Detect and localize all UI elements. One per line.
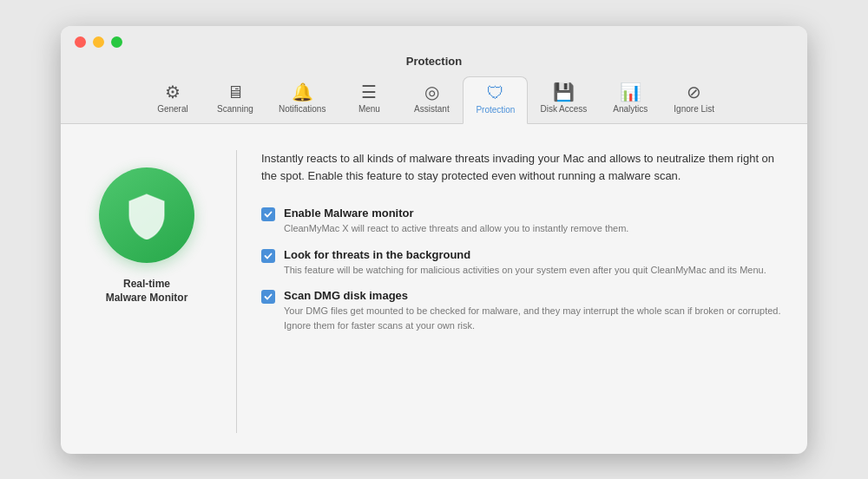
option-look-for-threats: Look for threats in the backgroundThis f… <box>261 248 786 278</box>
tab-label-scanning: Scanning <box>217 104 253 114</box>
tab-icon-notifications: 🔔 <box>292 83 313 101</box>
tab-label-disk-access: Disk Access <box>540 104 587 114</box>
tab-icon-ignore-list: ⊘ <box>687 83 701 101</box>
tab-label-analytics: Analytics <box>613 104 648 114</box>
titlebar: Protection ⚙General🖥Scanning🔔Notificatio… <box>61 26 807 124</box>
tab-icon-analytics: 📊 <box>620 83 641 101</box>
checkbox-scan-dmg[interactable] <box>261 290 275 304</box>
minimize-button[interactable] <box>93 36 104 48</box>
tab-label-menu: Menu <box>358 104 380 114</box>
tab-icon-assistant: ◎ <box>424 83 439 101</box>
sidebar-label: Real-timeMalware Monitor <box>106 277 188 306</box>
tab-label-notifications: Notifications <box>279 104 326 114</box>
tab-icon-menu: ☰ <box>361 83 377 101</box>
options-list: Enable Malware monitorCleanMyMac X will … <box>261 207 786 332</box>
tab-general[interactable]: ⚙General <box>141 76 204 123</box>
tab-icon-disk-access: 💾 <box>553 83 575 101</box>
tab-label-protection: Protection <box>476 105 515 115</box>
tab-icon-general: ⚙ <box>165 83 181 101</box>
option-enable-malware-monitor: Enable Malware monitorCleanMyMac X will … <box>261 207 786 236</box>
tab-assistant[interactable]: ◎Assistant <box>400 76 463 123</box>
tab-bar: ⚙General🖥Scanning🔔Notifications☰Menu◎Ass… <box>141 76 727 123</box>
feature-description: Instantly reacts to all kinds of malware… <box>261 150 786 187</box>
close-button[interactable] <box>75 36 86 48</box>
window-controls <box>75 36 122 48</box>
tab-icon-scanning: 🖥 <box>227 83 244 101</box>
shield-circle <box>99 167 194 263</box>
checkbox-enable-malware-monitor[interactable] <box>261 207 275 221</box>
tab-label-general: General <box>157 104 188 114</box>
tab-label-ignore-list: Ignore List <box>674 104 714 114</box>
tab-scanning[interactable]: 🖥Scanning <box>204 76 266 123</box>
content-area: Real-timeMalware Monitor Instantly react… <box>61 124 807 454</box>
shield-icon <box>122 191 171 240</box>
main-content: Instantly reacts to all kinds of malware… <box>261 150 786 433</box>
tab-protection[interactable]: 🛡Protection <box>463 76 528 124</box>
option-title-enable-malware-monitor: Enable Malware monitor <box>284 207 786 220</box>
option-desc-scan-dmg: Your DMG files get mounted to be checked… <box>284 304 786 332</box>
tab-menu[interactable]: ☰Menu <box>338 76 400 123</box>
option-desc-enable-malware-monitor: CleanMyMac X will react to active threat… <box>284 221 786 236</box>
tab-notifications[interactable]: 🔔Notifications <box>266 76 338 123</box>
option-text-look-for-threats: Look for threats in the backgroundThis f… <box>284 248 786 278</box>
window-title: Protection <box>406 55 462 68</box>
tab-analytics[interactable]: 📊Analytics <box>599 76 661 123</box>
option-title-look-for-threats: Look for threats in the background <box>284 248 786 261</box>
option-text-scan-dmg: Scan DMG disk imagesYour DMG files get m… <box>284 289 786 332</box>
tab-ignore-list[interactable]: ⊘Ignore List <box>661 76 727 123</box>
maximize-button[interactable] <box>111 36 122 48</box>
option-scan-dmg: Scan DMG disk imagesYour DMG files get m… <box>261 289 786 332</box>
divider <box>236 150 237 433</box>
option-desc-look-for-threats: This feature will be watching for malici… <box>284 263 786 278</box>
option-title-scan-dmg: Scan DMG disk images <box>284 289 786 302</box>
tab-label-assistant: Assistant <box>414 104 450 114</box>
option-text-enable-malware-monitor: Enable Malware monitorCleanMyMac X will … <box>284 207 786 236</box>
checkbox-look-for-threats[interactable] <box>261 249 275 263</box>
main-window: Protection ⚙General🖥Scanning🔔Notificatio… <box>61 26 807 454</box>
sidebar: Real-timeMalware Monitor <box>82 150 212 433</box>
tab-disk-access[interactable]: 💾Disk Access <box>528 76 599 123</box>
tab-icon-protection: 🛡 <box>487 84 504 102</box>
